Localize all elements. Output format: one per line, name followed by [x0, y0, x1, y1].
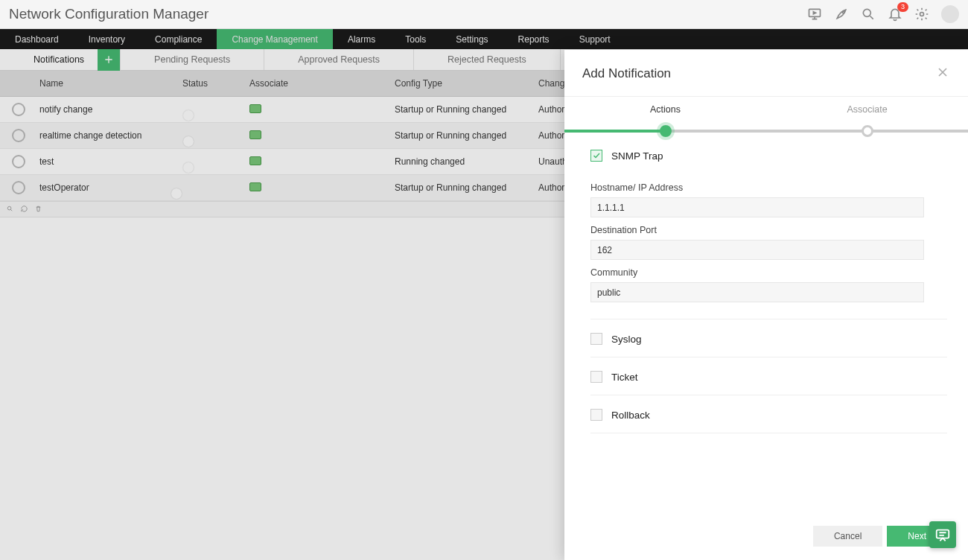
bell-icon[interactable]: 3: [888, 7, 902, 22]
delete-small-icon[interactable]: [34, 205, 42, 214]
app-title: Network Configuration Manager: [9, 6, 208, 22]
col-name[interactable]: Name: [37, 78, 182, 89]
nav-dashboard[interactable]: Dashboard: [0, 29, 74, 49]
main-nav: Dashboard Inventory Compliance Change Ma…: [0, 29, 968, 49]
svg-rect-5: [937, 530, 949, 538]
nav-change-management[interactable]: Change Management: [217, 29, 332, 49]
svg-point-3: [920, 13, 924, 16]
notification-badge: 3: [897, 2, 908, 12]
rocket-icon[interactable]: [834, 7, 849, 22]
nav-alarms[interactable]: Alarms: [333, 29, 390, 49]
tab-pending-requests[interactable]: Pending Requests: [121, 49, 264, 70]
panel-title: Add Notification: [582, 66, 671, 81]
section-syslog: Syslog: [590, 319, 947, 357]
wizard-stepper: Actions Associate: [564, 96, 968, 133]
section-rollback: Rollback: [590, 395, 947, 433]
svg-point-1: [842, 11, 844, 13]
chat-fab[interactable]: [929, 521, 956, 548]
syslog-checkbox[interactable]: [590, 333, 602, 345]
snmp-trap-label: SNMP Trap: [611, 150, 663, 162]
nav-reports[interactable]: Reports: [503, 29, 564, 49]
col-config-type[interactable]: Config Type: [395, 78, 538, 89]
device-icon: [249, 182, 261, 191]
nav-inventory[interactable]: Inventory: [74, 29, 140, 49]
snmp-trap-checkbox[interactable]: [590, 150, 602, 162]
community-label: Community: [590, 267, 947, 278]
col-status[interactable]: Status: [182, 78, 249, 89]
nav-settings[interactable]: Settings: [441, 29, 503, 49]
device-icon: [249, 104, 261, 113]
community-input[interactable]: [590, 282, 924, 302]
cell-name: notify change: [37, 104, 182, 115]
hostname-label: Hostname/ IP Address: [590, 182, 947, 193]
row-select-radio[interactable]: [12, 155, 25, 168]
row-select-radio[interactable]: [12, 103, 25, 116]
nav-compliance[interactable]: Compliance: [140, 29, 217, 49]
app-header: Network Configuration Manager 3: [0, 0, 968, 29]
step-node-associate: [862, 125, 873, 137]
header-toolbar: 3: [807, 5, 959, 23]
tab-notifications[interactable]: Notifications: [0, 49, 121, 70]
section-ticket: Ticket: [590, 357, 947, 395]
row-select-radio[interactable]: [12, 129, 25, 142]
ticket-checkbox[interactable]: [590, 371, 602, 383]
nav-tools[interactable]: Tools: [390, 29, 441, 49]
cell-config: Startup or Running changed: [395, 182, 538, 193]
tab-label: Notifications: [34, 54, 84, 65]
avatar[interactable]: [941, 5, 959, 23]
col-associate[interactable]: Associate: [249, 78, 395, 89]
cell-config: Running changed: [395, 156, 538, 167]
cell-name: testOperator: [37, 182, 182, 193]
device-icon: [249, 156, 261, 165]
nav-support[interactable]: Support: [564, 29, 625, 49]
add-notification-button[interactable]: [98, 49, 120, 71]
section-snmp-trap: SNMP Trap: [590, 147, 947, 174]
syslog-label: Syslog: [611, 334, 642, 345]
add-notification-panel: Add Notification Actions Associate SNMP …: [564, 50, 968, 560]
cell-name: realtime change detection: [37, 130, 182, 141]
search-small-icon[interactable]: [6, 205, 14, 214]
port-input[interactable]: [590, 240, 924, 260]
device-icon: [249, 130, 261, 139]
search-icon[interactable]: [861, 7, 876, 22]
tab-rejected-requests[interactable]: Rejected Requests: [414, 49, 561, 70]
close-icon[interactable]: [935, 65, 950, 83]
svg-point-4: [7, 206, 11, 210]
rollback-label: Rollback: [611, 410, 650, 421]
cell-config: Startup or Running changed: [395, 104, 538, 115]
hostname-input[interactable]: [590, 197, 924, 217]
refresh-small-icon[interactable]: [20, 205, 28, 214]
step-node-actions: [660, 125, 672, 137]
tab-approved-requests[interactable]: Approved Requests: [264, 49, 414, 70]
step-actions[interactable]: Actions: [564, 97, 766, 115]
gear-icon[interactable]: [914, 7, 929, 22]
svg-point-2: [863, 9, 870, 16]
row-select-radio[interactable]: [12, 181, 25, 194]
presentation-icon[interactable]: [807, 7, 822, 22]
cell-config: Startup or Running changed: [395, 130, 538, 141]
rollback-checkbox[interactable]: [590, 409, 602, 421]
ticket-label: Ticket: [611, 372, 638, 383]
cell-name: test: [37, 156, 182, 167]
step-associate[interactable]: Associate: [766, 97, 968, 115]
cancel-button[interactable]: Cancel: [813, 526, 882, 547]
port-label: Destination Port: [590, 225, 947, 235]
